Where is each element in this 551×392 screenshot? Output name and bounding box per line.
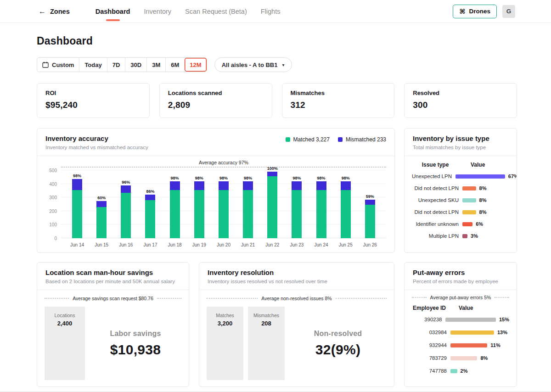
bar-percent-label: 98% [73, 174, 81, 178]
putaway-row: 03298413% [412, 330, 509, 335]
x-axis-label: Jun 22 [262, 242, 283, 247]
bar-percent-label: 98% [219, 176, 228, 180]
putaway-errors-body: Average put-away errors 5% Employee ID V… [405, 290, 517, 386]
x-axis-label: Jun 18 [164, 242, 186, 247]
mismatched-segment [267, 172, 277, 176]
card-subtitle: Inventory matched vs mismatched accuracy [45, 145, 148, 150]
drones-button-label: Drones [469, 8, 490, 15]
matches-block: Matches 3,200 [207, 307, 243, 380]
issue-type-row: Identifier unknown6% [412, 221, 509, 227]
custom-range-button[interactable]: Custom [37, 58, 79, 72]
range-today[interactable]: Today [79, 58, 107, 72]
locations-block-value: 2,400 [45, 320, 85, 327]
mismatched-segment [341, 181, 351, 190]
page-content: Dashboard Custom Today 7D 30D 3M 6M 12M … [0, 23, 551, 391]
putaway-row-value: 11% [490, 342, 500, 348]
stacked-bar [145, 195, 155, 238]
legend-mismatched: Mismatched 233 [338, 136, 386, 143]
stacked-bar [341, 181, 351, 238]
issue-type-row-bar [462, 198, 476, 202]
back-label: Zones [50, 8, 70, 15]
nav-left-group: ← Zones Dashboard Inventory Scan Request… [39, 7, 280, 16]
putaway-row-value: 8% [480, 355, 488, 361]
card-title: Inventory resolution [208, 269, 386, 276]
kpi-label: ROI [45, 90, 141, 96]
putaway-row: 7477882% [412, 368, 509, 374]
issue-type-row-bar [462, 186, 476, 190]
col-employee-id: Employee ID [412, 305, 447, 311]
matched-segment [96, 207, 107, 238]
mismatched-segment [365, 200, 375, 205]
stacked-bar [194, 181, 204, 238]
locations-block-label: Locations [45, 313, 85, 318]
legend-mismatched-label: Mismatched 233 [346, 136, 386, 143]
range-12m[interactable]: 12M [184, 58, 206, 72]
matched-segment [145, 200, 155, 238]
card-subtitle: Inventory issues resolved vs not resolve… [208, 279, 386, 284]
top-navigation-bar: ← Zones Dashboard Inventory Scan Request… [0, 0, 551, 23]
stacked-bar [219, 181, 229, 238]
kpi-locations-scanned: Locations scanned 2,809 [159, 83, 272, 118]
bar-column: 98% [286, 176, 307, 238]
range-3m[interactable]: 3M [146, 58, 165, 72]
bar-column: 98% [189, 176, 210, 238]
x-axis-label: Jun 16 [115, 242, 136, 247]
putaway-row: 39023815% [412, 317, 509, 322]
matched-segment [365, 205, 375, 238]
matched-segment [341, 190, 351, 238]
bar-column: 59% [360, 194, 381, 238]
putaway-rows: 39023815%03298413%93294411%7837298%74778… [412, 317, 509, 374]
issue-type-row-value: 8% [479, 185, 487, 191]
inventory-resolution-header: Inventory resolution Inventory issues re… [199, 263, 394, 290]
mismatched-segment [292, 181, 302, 190]
bar-percent-label: 98% [342, 176, 350, 180]
stacked-bar [170, 181, 180, 238]
putaway-row-bar [450, 330, 494, 335]
issue-type-row: Did not detect LPN8% [412, 185, 509, 191]
avatar[interactable]: G [502, 5, 515, 18]
bar-percent-label: 60% [97, 196, 106, 200]
average-putaway-text: Average put-away errors 5% [430, 295, 491, 300]
non-resolved-value: 32(9%) [315, 342, 361, 358]
range-30d[interactable]: 30D [125, 58, 146, 72]
mismatched-segment [170, 181, 180, 190]
putaway-row-bar [450, 343, 487, 347]
mismatches-block: Mismatches 208 [248, 307, 285, 380]
stacked-bar [267, 172, 277, 238]
back-arrow-icon: ← [39, 7, 46, 16]
kpi-label: Locations scanned [168, 90, 264, 96]
range-7d[interactable]: 7D [107, 58, 125, 72]
issue-type-card: Inventory by issue type Total mismatches… [404, 128, 517, 253]
inventory-resolution-content: Matches 3,200 Mismatches 208 Non-resolve… [207, 307, 387, 380]
bar-column: 98% [67, 174, 88, 238]
putaway-row-label: 390238 [412, 317, 442, 322]
dotted-line [336, 298, 387, 299]
x-axis-label: Jun 24 [311, 242, 332, 247]
matched-segment [72, 190, 82, 238]
bottom-charts-row: Location scan man-hour savings Based on … [37, 262, 517, 387]
issue-type-table: Issue type Value Unexpected LPN67%Did no… [405, 156, 517, 250]
putaway-row-label: 783729 [412, 355, 447, 361]
tab-scan-request[interactable]: Scan Request (Beta) [185, 8, 247, 15]
tab-inventory[interactable]: Inventory [144, 8, 171, 15]
tab-flights[interactable]: Flights [261, 8, 281, 15]
inventory-resolution-card: Inventory resolution Inventory issues re… [199, 262, 394, 387]
bar-column: 98% [164, 176, 186, 238]
kpi-mismatches: Mismatches 312 [282, 83, 395, 118]
inventory-accuracy-titles: Inventory accuracy Inventory matched vs … [45, 134, 148, 150]
y-axis-tick-label: 500 [49, 168, 57, 173]
app-window: ← Zones Dashboard Inventory Scan Request… [0, 0, 551, 392]
issue-type-row-label: Unexpected SKU [412, 197, 459, 203]
aisle-filter-select[interactable]: All aisles - A to BB1 ▾ [214, 57, 292, 72]
average-non-resolved-annotation: Average non-resolved issues 8% [207, 296, 387, 301]
back-to-zones[interactable]: ← Zones [39, 7, 70, 16]
stacked-bar [121, 185, 131, 238]
accuracy-legend: Matched 3,227 Mismatched 233 [286, 134, 386, 143]
card-subtitle: Percent of errors made by employee [413, 279, 508, 284]
bar-percent-label: 98% [171, 176, 179, 180]
matched-segment [267, 176, 277, 238]
drones-button[interactable]: ⌘ Drones [453, 5, 497, 18]
range-6m[interactable]: 6M [165, 58, 184, 72]
tab-dashboard[interactable]: Dashboard [96, 8, 130, 15]
dotted-line [207, 298, 258, 299]
